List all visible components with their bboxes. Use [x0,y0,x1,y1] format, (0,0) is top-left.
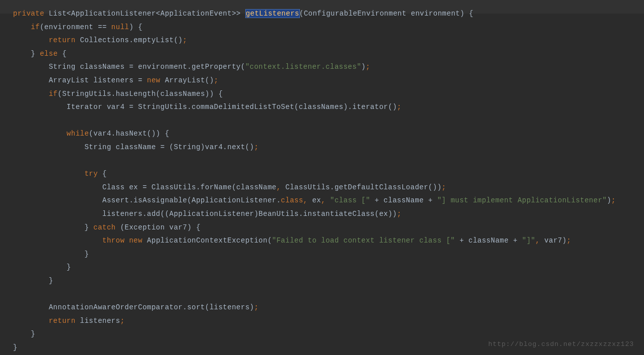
code-line: while(var4.hasNext()) { [13,130,170,138]
keyword-else: else [40,50,58,58]
code-line: } catch (Exception var7) { [13,223,201,231]
code-line: Class ex = ClassUtils.forName(className,… [13,183,446,191]
code-line: AnnotationAwareOrderComparator.sort(list… [13,303,259,311]
code-line: ArrayList listeners = new ArrayList(); [13,76,219,84]
code-line: if(StringUtils.hasLength(classNames)) { [13,90,223,98]
code-line: } [13,250,89,258]
type-declaration: List<ApplicationListener<ApplicationEven… [49,10,241,18]
code-line: String className = (String)var4.next(); [13,143,259,151]
string-literal: "class [" [326,196,370,204]
method-name: getListeners [246,10,299,18]
code-line: String classNames = environment.getPrope… [13,63,370,71]
keyword-try: try [84,170,98,178]
code-line: try { [13,170,107,178]
code-line: Iterator var4 = StringUtils.commaDelimit… [13,103,401,111]
code-line: } [13,263,71,271]
code-line [13,116,18,125]
keyword-while: while [67,130,89,138]
code-line: } else { [13,50,67,58]
watermark-text: http://blog.csdn.net/zxzzxzzxz123 [489,338,634,351]
code-line: return Collections.emptyList(); [13,36,187,44]
string-literal: "context.listener.classes" [245,63,361,71]
code-line: } [13,330,36,338]
keyword-throw: throw [102,236,125,245]
keyword-null: null [111,23,129,31]
string-literal: "] must implement ApplicationListener" [437,196,607,204]
code-line: if(environment == null) { [13,23,142,31]
keyword-new: new [129,236,142,245]
code-editor[interactable]: private List<ApplicationListener<Applica… [13,7,644,354]
code-line: } [13,277,53,285]
code-line: throw new ApplicationContextException("F… [13,236,571,245]
keyword-return: return [49,36,75,44]
code-line: return listeners; [13,317,125,325]
keyword-class: class [281,196,303,204]
keyword-return: return [49,317,75,325]
string-literal: "]" [522,236,536,245]
keyword-new: new [147,76,160,84]
code-line: listeners.add((ApplicationListener)BeanU… [13,210,401,218]
string-literal: "Failed to load context listener class [… [272,236,455,245]
code-line [13,290,18,298]
keyword-private: private [13,10,44,18]
code-line: } [13,343,18,351]
keyword-catch: catch [93,223,116,231]
code-line [13,157,18,165]
keyword-if: if [49,90,58,98]
code-line: Assert.isAssignable(ApplicationListener.… [13,196,616,204]
keyword-if: if [31,23,40,31]
code-line: private List<ApplicationListener<Applica… [13,10,473,18]
